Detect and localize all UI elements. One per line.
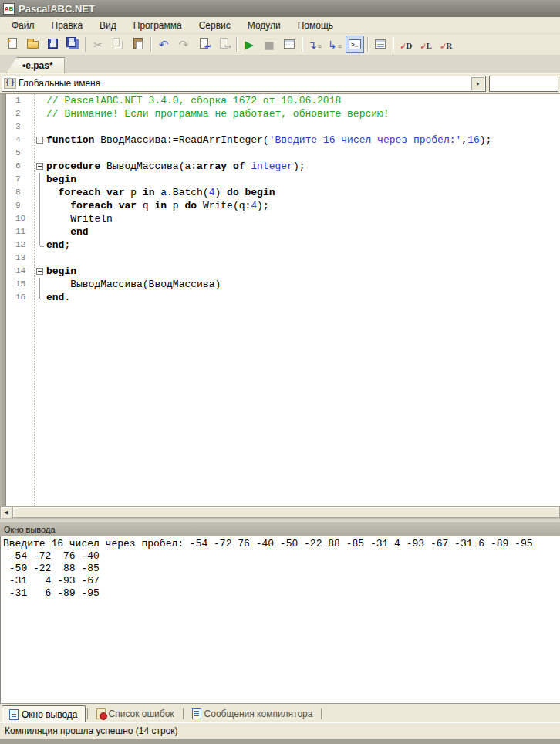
- line-number: 15: [6, 278, 34, 291]
- window-bottom-edge: [0, 739, 560, 744]
- menu-item[interactable]: Программа: [125, 18, 191, 33]
- compile-window-button[interactable]: [280, 36, 299, 53]
- code-text: ВыводМассива(ВводМассива): [46, 278, 221, 291]
- fold-collapse-icon[interactable]: [34, 134, 46, 147]
- redo-icon: ↷: [179, 38, 189, 52]
- bottom-tab-bar: Окно выводаСписок ошибокСообщения компил…: [0, 703, 560, 722]
- code-line: 7begin: [0, 173, 560, 186]
- code-line: 3: [0, 120, 560, 134]
- dock-d-button[interactable]: ↲D: [396, 36, 415, 53]
- tab-error-list[interactable]: Список ошибок: [89, 705, 181, 722]
- line-number: 3: [6, 120, 34, 134]
- dock-l-icon: ↲L: [420, 38, 432, 52]
- step-into-button[interactable]: ↳≡: [326, 36, 344, 53]
- new-file-icon: ✶: [8, 38, 17, 52]
- member-combobox[interactable]: [489, 76, 558, 92]
- dock-r-icon: ↲R: [440, 38, 453, 52]
- line-number: 5: [6, 147, 34, 160]
- output-line: -31 6 -89 -95: [3, 587, 560, 600]
- menu-item[interactable]: Помощь: [289, 18, 342, 33]
- code-text: end: [46, 225, 89, 238]
- fold-margin: [34, 278, 46, 291]
- output-line: -50 -22 88 -85: [3, 563, 560, 575]
- menu-item[interactable]: Вид: [91, 18, 125, 33]
- paste-button[interactable]: [129, 36, 147, 53]
- save-all-icon: [67, 38, 79, 52]
- cut-button[interactable]: ✂: [89, 36, 107, 53]
- menu-item[interactable]: Сервис: [191, 18, 239, 33]
- dropdown-arrow-icon[interactable]: ▼: [471, 77, 484, 90]
- scroll-left-arrow-icon[interactable]: ◀: [0, 506, 12, 519]
- save-all-button[interactable]: [63, 36, 82, 53]
- scope-combobox[interactable]: {} Глобальные имена ▼: [2, 76, 486, 92]
- paste-icon: [133, 38, 143, 52]
- menu-item[interactable]: Модули: [239, 18, 289, 33]
- redo-button[interactable]: ↷: [174, 36, 193, 53]
- fold-collapse-icon[interactable]: [34, 265, 46, 278]
- save-icon: [48, 38, 58, 52]
- fold-collapse-icon[interactable]: [34, 160, 46, 173]
- code-line: 14begin: [0, 265, 560, 278]
- document-tab-epas[interactable]: •e.pas*: [6, 57, 65, 73]
- fold-margin: [34, 199, 46, 212]
- code-text: // Внимание! Если программа не работает,…: [46, 107, 390, 120]
- stop-icon: ■: [264, 38, 274, 52]
- code-line: 8 foreach var p in a.Batch(4) do begin: [0, 186, 560, 199]
- fold-margin: [34, 238, 46, 252]
- compile-window-icon: [284, 38, 295, 52]
- nav-back-button[interactable]: ↩: [194, 36, 213, 53]
- menu-item[interactable]: Файл: [3, 18, 43, 33]
- fold-margin: [34, 120, 46, 134]
- navigation-row: {} Глобальные имена ▼: [0, 74, 560, 93]
- output-panel-header: Окно вывода: [0, 522, 560, 536]
- toolbar-separator: [367, 37, 368, 52]
- code-editor[interactable]: 1// PascalABC.NET 3.4.0, сборка 1672 от …: [0, 93, 560, 506]
- fold-margin: [34, 225, 46, 238]
- run-icon: ▶: [245, 38, 254, 52]
- line-number: 11: [6, 225, 34, 238]
- run-button[interactable]: ▶: [240, 36, 258, 53]
- new-file-button[interactable]: ✶: [3, 36, 22, 53]
- dock-r-button[interactable]: ↲R: [437, 36, 455, 53]
- output-area: Введите 16 чисел через пробел: -54 -72 7…: [0, 536, 560, 703]
- fold-margin: [34, 252, 46, 265]
- code-line: 6procedure ВыводМассива(a:array of integ…: [0, 160, 560, 173]
- tab-compiler-messages[interactable]: Сообщения компилятора: [185, 705, 320, 722]
- code-line: 16end.: [0, 291, 560, 304]
- line-number: 1: [6, 94, 34, 107]
- scrollbar-thumb[interactable]: [12, 506, 560, 518]
- dock-d-icon: ↲D: [400, 38, 413, 52]
- code-line: 4function ВводМассива:=ReadArrInteger('В…: [0, 134, 560, 147]
- fold-margin: [34, 107, 46, 120]
- format-code-button[interactable]: [371, 36, 390, 53]
- code-text: foreach var p in a.Batch(4) do begin: [46, 186, 275, 199]
- output-line: -31 4 -93 -67: [3, 575, 560, 587]
- show-console-button[interactable]: >_: [346, 36, 364, 53]
- undo-button[interactable]: ↶: [154, 36, 173, 53]
- line-number: 9: [6, 199, 34, 212]
- dock-l-button[interactable]: ↲L: [417, 36, 435, 53]
- step-over-button[interactable]: ↴≡: [305, 36, 324, 53]
- stop-button[interactable]: ■: [260, 36, 278, 53]
- line-number: 2: [6, 107, 34, 120]
- tab-output-window[interactable]: Окно вывода: [2, 705, 86, 722]
- output-line: -54 -72 76 -40: [3, 550, 560, 563]
- output-panel-title: Окно вывода: [4, 525, 56, 534]
- nav-forward-button[interactable]: ↪: [214, 36, 233, 53]
- compiler-messages-icon: [192, 708, 201, 719]
- toolbar-separator: [150, 37, 151, 52]
- tab-label: Список ошибок: [109, 708, 174, 719]
- tab-separator: [183, 708, 184, 719]
- code-text: begin: [46, 265, 76, 278]
- code-line: 2// Внимание! Если программа не работает…: [0, 107, 560, 120]
- error-list-icon: [96, 708, 106, 719]
- copy-button[interactable]: [109, 36, 127, 53]
- horizontal-scrollbar[interactable]: ◀: [0, 506, 560, 518]
- save-button[interactable]: [43, 36, 62, 53]
- code-line: 1// PascalABC.NET 3.4.0, сборка 1672 от …: [0, 94, 560, 107]
- open-file-button[interactable]: [23, 36, 42, 53]
- menu-item[interactable]: Правка: [43, 18, 92, 33]
- step-over-icon: ↴≡: [308, 38, 322, 52]
- code-line: 10 Writeln: [0, 212, 560, 225]
- code-text: end;: [46, 238, 70, 252]
